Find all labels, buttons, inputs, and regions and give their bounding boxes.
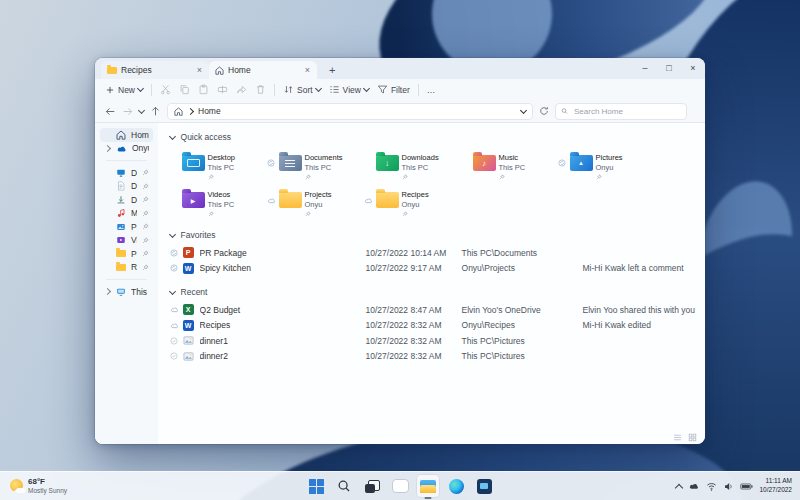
- file-name: Q2 Budget: [200, 305, 366, 315]
- forward-button[interactable]: [122, 106, 133, 117]
- sidebar-item-downloads[interactable]: Downloads: [100, 193, 153, 207]
- taskbar: 68°F Mostly Sunny 11: [0, 471, 800, 500]
- thumbnails-view-icon[interactable]: [688, 433, 697, 442]
- tile-info: Music This PC: [499, 150, 526, 180]
- battery-icon[interactable]: [740, 481, 753, 492]
- sidebar-item-home[interactable]: Home: [100, 128, 153, 142]
- new-tab-button[interactable]: +: [325, 61, 339, 79]
- home-icon: [174, 107, 183, 116]
- volume-icon[interactable]: [723, 481, 734, 492]
- quick-access-tile-music[interactable]: Music This PC: [461, 150, 558, 180]
- sidebar-item-videos[interactable]: Videos: [100, 234, 153, 248]
- task-view-button[interactable]: [361, 475, 383, 497]
- weather-widget[interactable]: 68°F Mostly Sunny: [10, 477, 67, 494]
- file-explorer-button[interactable]: [417, 475, 439, 497]
- sort-button[interactable]: Sort: [283, 84, 321, 95]
- close-tab-icon[interactable]: ×: [196, 66, 203, 75]
- search-button[interactable]: [333, 475, 355, 497]
- cut-button[interactable]: [160, 84, 171, 95]
- search-box[interactable]: [555, 103, 687, 120]
- chevron-right-icon[interactable]: [104, 289, 111, 294]
- sidebar-item-label: Videos: [131, 235, 137, 245]
- tab-bar: Recipes × Home × + – □ ×: [95, 58, 705, 79]
- quick-access-tile-downloads[interactable]: Downloads This PC: [364, 150, 461, 180]
- store-button[interactable]: [473, 475, 495, 497]
- sidebar-item-pictures[interactable]: Pictures: [100, 220, 153, 234]
- tile-info: Videos This PC: [208, 187, 235, 217]
- pin-icon: [208, 210, 235, 220]
- sidebar-item-this-pc[interactable]: This PC: [100, 285, 153, 299]
- chevron-right-icon[interactable]: [104, 146, 111, 151]
- chevron-up-icon[interactable]: [675, 483, 683, 491]
- sidebar-item-onedrive[interactable]: Onyu - Personal: [100, 142, 153, 156]
- view-button[interactable]: View: [329, 84, 369, 95]
- section-header-favorites[interactable]: Favorites: [170, 230, 695, 240]
- sync-icon: [170, 264, 183, 272]
- recent-locations-button[interactable]: [139, 110, 144, 113]
- chevron-down-icon: [137, 85, 144, 92]
- file-row-spicy-kitchen[interactable]: W Spicy Kitchen 10/27/2022 9:17 AM Onyu\…: [170, 261, 695, 277]
- pictures-icon: [116, 222, 126, 232]
- wifi-icon[interactable]: [706, 481, 717, 492]
- maximize-button[interactable]: □: [657, 58, 681, 78]
- chat-icon: [392, 479, 409, 493]
- sidebar-item-documents[interactable]: Documents: [100, 180, 153, 194]
- quick-access-tile-pictures[interactable]: Pictures Onyu: [558, 150, 655, 180]
- delete-button[interactable]: [255, 84, 266, 95]
- start-button[interactable]: [305, 475, 327, 497]
- sidebar-item-desktop[interactable]: Desktop: [100, 166, 153, 180]
- file-row-dinner1[interactable]: dinner1 10/27/2022 8:32 AM This PC\Pictu…: [170, 333, 695, 349]
- taskbar-clock[interactable]: 11:11 AM 10/27/2022: [759, 477, 792, 495]
- sort-label: Sort: [297, 85, 313, 95]
- up-button[interactable]: [150, 106, 161, 117]
- sidebar-item-projects[interactable]: Projects: [100, 247, 153, 261]
- close-button[interactable]: ×: [681, 58, 705, 78]
- search-input[interactable]: [572, 106, 681, 117]
- address-dropdown-icon[interactable]: [520, 106, 527, 113]
- file-row-pr-package[interactable]: P PR Package 10/27/2022 10:14 AM This PC…: [170, 245, 695, 261]
- start-icon: [309, 479, 324, 494]
- folder-icon: [116, 264, 126, 271]
- tile-name: Downloads: [402, 153, 439, 163]
- copy-icon: [179, 84, 190, 95]
- paste-button[interactable]: [198, 84, 209, 95]
- details-view-icon[interactable]: [673, 433, 682, 442]
- edge-button[interactable]: [445, 475, 467, 497]
- section-header-quick-access[interactable]: Quick access: [170, 132, 695, 142]
- rename-button[interactable]: [217, 84, 228, 95]
- tab-home[interactable]: Home ×: [209, 61, 317, 79]
- pin-icon: [142, 250, 149, 257]
- chat-button[interactable]: [389, 475, 411, 497]
- quick-access-tile-desktop[interactable]: Desktop This PC: [170, 150, 267, 180]
- see-more-button[interactable]: …: [427, 85, 436, 95]
- quick-access-tile-recipes[interactable]: Recipes Onyu: [364, 187, 461, 217]
- quick-access-tile-videos[interactable]: Videos This PC: [170, 187, 267, 217]
- back-button[interactable]: [105, 106, 116, 117]
- file-row-q2-budget[interactable]: X Q2 Budget 10/27/2022 8:47 AM Elvin Yoo…: [170, 302, 695, 318]
- file-row-dinner2[interactable]: dinner2 10/27/2022 8:32 AM This PC\Pictu…: [170, 349, 695, 365]
- onedrive-cloud-icon[interactable]: [688, 480, 700, 492]
- share-button[interactable]: [236, 84, 247, 95]
- image-icon: [183, 351, 200, 362]
- navigation-pane: Home Onyu - Personal Desktop Documents: [95, 123, 158, 444]
- copy-button[interactable]: [179, 84, 190, 95]
- address-field[interactable]: Home: [167, 103, 533, 120]
- refresh-button[interactable]: [539, 106, 549, 116]
- new-button[interactable]: New: [105, 85, 143, 95]
- quick-access-tile-projects[interactable]: Projects Onyu: [267, 187, 364, 217]
- file-row-recipes[interactable]: W Recipes 10/27/2022 8:32 AM Onyu\Recipe…: [170, 318, 695, 334]
- file-date: 10/27/2022 10:14 AM: [366, 248, 462, 258]
- filter-button[interactable]: Filter: [377, 84, 410, 95]
- close-tab-icon[interactable]: ×: [304, 66, 311, 75]
- search-icon: [561, 107, 568, 115]
- section-header-recent[interactable]: Recent: [170, 287, 695, 297]
- sidebar-item-recipes[interactable]: Recipes: [100, 261, 153, 275]
- address-bar: Home: [95, 100, 705, 123]
- sidebar-item-music[interactable]: Music: [100, 207, 153, 221]
- minimize-button[interactable]: –: [633, 58, 657, 78]
- tab-recipes[interactable]: Recipes ×: [101, 61, 209, 79]
- search-icon: [337, 479, 351, 493]
- quick-access-tile-documents[interactable]: Documents This PC: [267, 150, 364, 180]
- weather-temp: 68°F: [28, 477, 67, 487]
- tile-location: This PC: [305, 163, 343, 173]
